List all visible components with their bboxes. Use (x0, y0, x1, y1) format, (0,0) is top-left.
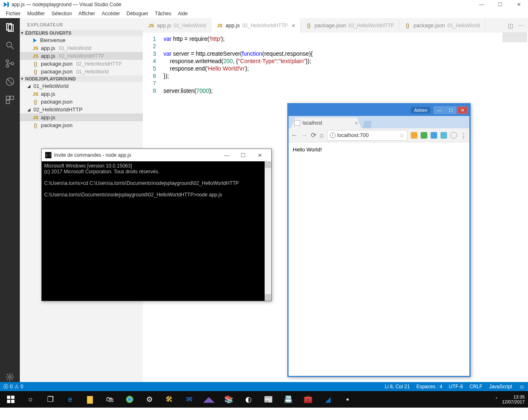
back-button[interactable]: ← (291, 132, 298, 139)
maximize-button[interactable]: ☐ (445, 106, 456, 114)
language-mode[interactable]: JavaScript (489, 384, 512, 389)
visualstudio-icon[interactable]: ◢◣ (199, 391, 219, 408)
reload-button[interactable]: ⟳ (311, 131, 316, 139)
feedback-icon[interactable]: ☺ (519, 383, 525, 390)
split-editor-icon[interactable]: ◫ (508, 22, 513, 29)
tab-appjs-02[interactable]: JS app.js 02_HelloWorldHTTP × (211, 18, 301, 33)
site-info-icon[interactable]: i (330, 132, 336, 138)
json-icon: {} (32, 69, 39, 75)
menu-selection[interactable]: Sélection (48, 10, 75, 17)
app-icon[interactable]: 📰 (258, 391, 278, 408)
minimap[interactable] (502, 33, 527, 49)
cmd-window[interactable]: C:\ Invite de commandes - node app.js — … (41, 149, 272, 301)
scrollbar[interactable] (265, 161, 271, 301)
eol[interactable]: CRLF (469, 384, 482, 389)
cmd-titlebar[interactable]: C:\ Invite de commandes - node app.js — … (42, 149, 271, 161)
chrome-tab-localhost[interactable]: localhost × (291, 118, 361, 128)
open-editor-package-02[interactable]: {} package.json 02_HelloWorldHTTP (20, 60, 143, 68)
open-editor-package-01[interactable]: {} package.json 01_HelloWorld (20, 68, 143, 76)
eclipse-icon[interactable]: ◐ (239, 391, 258, 408)
menu-acceder[interactable]: Accéder (99, 10, 123, 17)
chrome-titlebar[interactable]: Adrien — ☐ ✕ (289, 104, 469, 116)
cortana-button[interactable]: ○ (21, 391, 40, 408)
extensions-icon[interactable] (5, 95, 15, 105)
close-icon[interactable]: × (355, 120, 358, 126)
maximize-button[interactable]: ☐ (235, 152, 251, 158)
close-icon[interactable]: × (292, 22, 295, 29)
explorer-icon[interactable] (5, 22, 15, 32)
close-button[interactable]: ✕ (251, 152, 268, 158)
minimize-button[interactable]: — (218, 152, 235, 158)
errors-icon[interactable]: ⓧ (3, 383, 8, 390)
file-appjs-01[interactable]: JS app.js (20, 90, 143, 98)
open-editors-section[interactable]: ÉDITEURS OUVERTS (20, 30, 143, 36)
start-button[interactable] (1, 391, 21, 408)
app-icon[interactable]: 🧰 (298, 391, 318, 408)
chrome-user-badge[interactable]: Adrien (411, 107, 431, 113)
chrome-menu-icon[interactable]: ⋮ (460, 132, 467, 139)
clock[interactable]: 13:35 12/07/2017 (502, 394, 525, 404)
open-editor-appjs-02[interactable]: JS app.js 02_HelloWorldHTTP (20, 52, 143, 60)
open-editor-appjs-01[interactable]: JS app.js 01_HelloWorld (20, 44, 143, 52)
app-icon[interactable]: 🛠 (159, 391, 179, 408)
explorer-icon[interactable]: ▇ (80, 391, 100, 408)
tab-appjs-01[interactable]: JS app.js 01_HelloWorld (143, 18, 211, 33)
chrome-window[interactable]: Adrien — ☐ ✕ localhost × ← → ⟳ ⌂ i local… (287, 103, 471, 377)
window-title: app.js — nodejsplayground — Visual Studi… (12, 2, 121, 7)
minimize-button[interactable]: — (434, 106, 445, 114)
file-appjs-02[interactable]: JS app.js (20, 113, 143, 121)
warnings-icon[interactable]: ⚠ (14, 384, 19, 389)
extension-icon[interactable] (421, 132, 427, 139)
gear-icon[interactable] (5, 372, 15, 382)
cursor-position[interactable]: Li 8, Col 21 (385, 384, 410, 389)
menu-taches[interactable]: Tâches (152, 10, 174, 17)
menu-afficher[interactable]: Afficher (75, 10, 98, 17)
extension-icon[interactable] (431, 132, 437, 139)
close-button[interactable]: ✕ (509, 0, 528, 9)
edge-icon[interactable]: e (60, 391, 80, 408)
outlook-icon[interactable]: ✉ (179, 391, 199, 408)
svg-rect-13 (7, 396, 10, 399)
debug-icon[interactable] (5, 77, 15, 87)
chrome-icon[interactable] (120, 391, 140, 408)
menu-modifier[interactable]: Modifier (24, 10, 48, 17)
bookmark-icon[interactable]: ☆ (399, 132, 405, 139)
folder-01-helloworld[interactable]: ◢ 01_HelloWorld (20, 82, 143, 90)
minimize-button[interactable]: — (472, 0, 491, 9)
file-package-02[interactable]: {} package.json (20, 121, 143, 129)
extension-icon[interactable] (411, 132, 417, 139)
close-button[interactable]: ✕ (457, 106, 468, 114)
forward-button[interactable]: → (301, 132, 308, 139)
cmd-icon: C:\ (45, 152, 52, 158)
new-tab-button[interactable] (363, 121, 372, 128)
open-editor-bienvenue[interactable]: Bienvenue (20, 36, 143, 44)
encoding[interactable]: UTF-8 (449, 384, 463, 389)
tab-package-02[interactable]: {} package.json 02_HelloWorldHTTP (301, 18, 399, 33)
cmd-taskbar-icon[interactable]: ▪ (338, 391, 358, 408)
omnibox[interactable]: i localhost:700 ☆ (327, 130, 407, 141)
extension-icon[interactable] (440, 132, 447, 139)
taskview-button[interactable]: ❐ (40, 391, 60, 408)
maximize-button[interactable]: ☐ (491, 0, 509, 9)
file-package-01[interactable]: {} package.json (20, 98, 143, 106)
project-section[interactable]: NODEJSPLAYGROUND (20, 76, 143, 82)
cmd-output[interactable]: Microsoft Windows [version 10.0.15063] (… (42, 161, 271, 301)
more-icon[interactable]: ⋯ (518, 22, 524, 29)
folder-02-helloworldhttp[interactable]: ◢ 02_HelloWorldHTTP (20, 106, 143, 113)
indent-info[interactable]: Espaces : 4 (417, 384, 443, 389)
settings-icon[interactable]: ⚙ (140, 391, 159, 408)
tab-package-01[interactable]: {} package.json 01_HelloWorld (399, 18, 485, 33)
app-icon[interactable]: 📚 (219, 391, 239, 408)
menu-deboguer[interactable]: Déboguer (123, 10, 152, 17)
menu-fichier[interactable]: Fichier (2, 10, 24, 17)
extension-icon[interactable] (450, 132, 457, 139)
tray-up-icon[interactable]: ˄ (495, 397, 498, 402)
app-icon[interactable]: 📇 (278, 391, 298, 408)
git-icon[interactable] (5, 59, 15, 68)
home-button[interactable]: ⌂ (320, 132, 324, 139)
search-icon[interactable] (5, 40, 15, 50)
vscode-taskbar-icon[interactable]: ◢ (318, 391, 338, 408)
menu-aide[interactable]: Aide (175, 10, 191, 17)
store-icon[interactable]: 🛍 (100, 391, 120, 408)
json-icon: {} (32, 99, 39, 105)
